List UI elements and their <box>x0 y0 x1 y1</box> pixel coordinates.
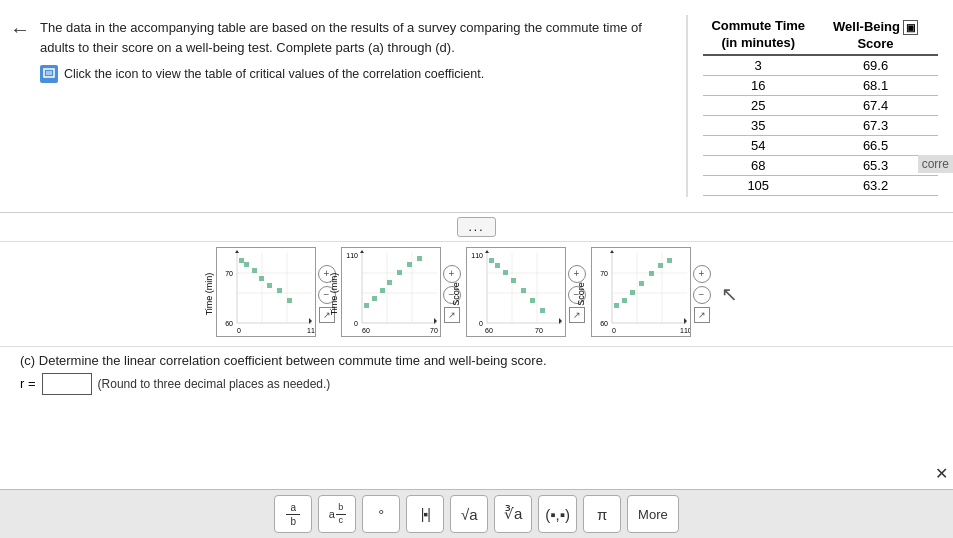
col1-header: Commute Time (in minutes) <box>703 16 825 55</box>
score-cell: 67.4 <box>825 95 938 115</box>
svg-text:110: 110 <box>680 327 691 334</box>
graph2-expand[interactable]: ↗ <box>444 307 460 323</box>
svg-text:Score: Score <box>387 336 405 337</box>
table-row: 35 67.3 <box>703 115 938 135</box>
problem-description: The data in the accompanying table are b… <box>40 20 642 55</box>
svg-marker-34 <box>360 250 364 253</box>
abs-icon: |▪| <box>421 506 430 522</box>
sqrt-icon: √a <box>461 506 478 523</box>
svg-rect-78 <box>639 281 644 286</box>
svg-rect-58 <box>511 278 516 283</box>
graph4-ylabel: Score <box>575 282 585 306</box>
graph3-zoom-in[interactable]: + <box>568 265 586 283</box>
table-row: 105 63.2 <box>703 175 938 195</box>
svg-rect-37 <box>380 288 385 293</box>
graphs-section: Time (min) 70 60 0 110 <box>0 242 953 347</box>
svg-rect-56 <box>495 263 500 268</box>
svg-rect-40 <box>407 262 412 267</box>
more-button[interactable]: More <box>627 495 679 533</box>
graph2-wrap: Time (min) 110 0 60 70 <box>341 247 441 341</box>
abs-value-button[interactable]: |▪| <box>406 495 444 533</box>
svg-rect-81 <box>667 258 672 263</box>
data-table-section: Commute Time (in minutes) Well-Being ▣ S… <box>688 10 953 202</box>
graph3-ylabel: Score <box>450 282 460 306</box>
problem-text: The data in the accompanying table are b… <box>40 10 686 202</box>
middle-bar: ... <box>0 213 953 242</box>
graph2-svg: 110 0 60 70 Score <box>341 247 441 337</box>
commute-cell: 3 <box>703 55 825 76</box>
graph4-wrap: Score 70 60 0 110 <box>591 247 691 341</box>
svg-rect-15 <box>239 258 244 263</box>
svg-text:110: 110 <box>307 327 316 334</box>
svg-text:0: 0 <box>612 327 616 334</box>
back-button[interactable]: ← <box>0 10 40 202</box>
graph3-expand[interactable]: ↗ <box>569 307 585 323</box>
close-button[interactable]: ✕ <box>935 464 948 483</box>
round-note: (Round to three decimal places as needed… <box>98 377 331 391</box>
svg-text:60: 60 <box>600 320 608 327</box>
svg-marker-74 <box>610 250 614 253</box>
fraction-icon: a b <box>286 502 300 527</box>
dots-button[interactable]: ... <box>457 217 495 237</box>
fraction-button[interactable]: a b <box>274 495 312 533</box>
svg-rect-21 <box>287 298 292 303</box>
graph1-with-controls: Time (min) 70 60 0 110 <box>216 247 336 341</box>
svg-text:0: 0 <box>479 320 483 327</box>
graph4-svg: 70 60 0 110 Time (min) <box>591 247 691 337</box>
bottom-toolbar: a b a b c ° |▪| √a <box>0 489 953 538</box>
sqrt-button[interactable]: √a <box>450 495 488 533</box>
svg-rect-77 <box>630 290 635 295</box>
graph4-with-controls: Score 70 60 0 110 <box>591 247 711 341</box>
note-text: Click the icon to view the table of crit… <box>64 65 484 84</box>
graph2-ylabel: Time (min) <box>329 272 339 315</box>
svg-text:110: 110 <box>346 252 358 259</box>
graph1-wrap: Time (min) 70 60 0 110 <box>216 247 316 341</box>
svg-rect-35 <box>364 303 369 308</box>
graph3-svg: 110 0 60 70 Time (min) <box>466 247 566 337</box>
corre-label: corre <box>918 155 953 173</box>
svg-text:70: 70 <box>225 270 233 277</box>
ordered-pair-button[interactable]: (▪,▪) <box>538 495 577 533</box>
pi-button[interactable]: π <box>583 495 621 533</box>
svg-rect-57 <box>503 270 508 275</box>
pi-icon: π <box>597 506 607 523</box>
graph3-with-controls: Score 110 0 60 70 <box>466 247 586 341</box>
graph4-controls: + − ↗ <box>693 265 711 323</box>
commute-cell: 105 <box>703 175 825 195</box>
degree-button[interactable]: ° <box>362 495 400 533</box>
graph3-wrap: Score 110 0 60 70 <box>466 247 566 341</box>
svg-rect-17 <box>252 268 257 273</box>
commute-cell: 35 <box>703 115 825 135</box>
mixed-fraction-button[interactable]: a b c <box>318 495 356 533</box>
graph1-svg: 70 60 0 110 Score <box>216 247 316 337</box>
table-row: 54 66.5 <box>703 135 938 155</box>
graph4-zoom-in[interactable]: + <box>693 265 711 283</box>
cursor-indicator: ↖ <box>721 282 738 306</box>
cbrt-button[interactable]: ∛a <box>494 495 532 533</box>
table-row: 3 69.6 <box>703 55 938 76</box>
bottom-section: (c) Determine the linear correlation coe… <box>0 347 953 489</box>
table-row: 25 67.4 <box>703 95 938 115</box>
svg-text:110: 110 <box>471 252 483 259</box>
svg-rect-0 <box>44 69 54 77</box>
svg-rect-61 <box>540 308 545 313</box>
cbrt-icon: ∛a <box>504 505 522 523</box>
graph4-zoom-out[interactable]: − <box>693 286 711 304</box>
svg-text:Time (min): Time (min) <box>505 336 538 337</box>
svg-rect-79 <box>649 271 654 276</box>
svg-text:70: 70 <box>600 270 608 277</box>
score-cell: 68.1 <box>825 75 938 95</box>
note-icon[interactable] <box>40 65 58 83</box>
commute-cell: 16 <box>703 75 825 95</box>
svg-rect-41 <box>417 256 422 261</box>
ordered-pair-icon: (▪,▪) <box>545 506 570 523</box>
graph4-expand[interactable]: ↗ <box>694 307 710 323</box>
fraction-line <box>286 514 300 515</box>
commute-cell: 68 <box>703 155 825 175</box>
graph2-zoom-in[interactable]: + <box>443 265 461 283</box>
part-c-label: (c) Determine the linear correlation coe… <box>20 353 933 368</box>
r-input[interactable] <box>42 373 92 395</box>
score-cell: 66.5 <box>825 135 938 155</box>
table-row: 68 65.3 <box>703 155 938 175</box>
svg-rect-18 <box>259 276 264 281</box>
